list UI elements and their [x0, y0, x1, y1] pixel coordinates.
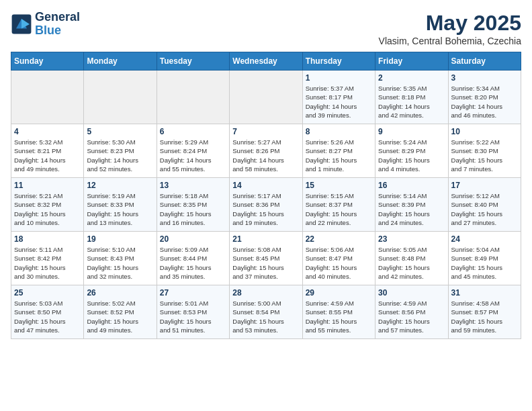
- day-cell: 30Sunrise: 4:59 AM Sunset: 8:56 PM Dayli…: [375, 285, 448, 339]
- day-number: 18: [14, 234, 81, 244]
- day-info: Sunrise: 5:10 AM Sunset: 8:43 PM Dayligh…: [87, 245, 153, 281]
- day-cell: 28Sunrise: 5:00 AM Sunset: 8:54 PM Dayli…: [230, 285, 302, 339]
- day-info: Sunrise: 5:24 AM Sunset: 8:29 PM Dayligh…: [378, 138, 445, 173]
- day-info: Sunrise: 5:19 AM Sunset: 8:33 PM Dayligh…: [87, 191, 153, 227]
- day-info: Sunrise: 5:18 AM Sunset: 8:35 PM Dayligh…: [160, 191, 226, 227]
- day-info: Sunrise: 5:01 AM Sunset: 8:53 PM Dayligh…: [160, 299, 226, 334]
- day-info: Sunrise: 5:27 AM Sunset: 8:26 PM Dayligh…: [232, 138, 299, 173]
- day-info: Sunrise: 5:30 AM Sunset: 8:23 PM Dayligh…: [87, 138, 153, 173]
- day-info: Sunrise: 4:59 AM Sunset: 8:56 PM Dayligh…: [378, 299, 445, 334]
- day-number: 6: [160, 127, 226, 136]
- day-cell: 14Sunrise: 5:17 AM Sunset: 8:36 PM Dayli…: [230, 178, 302, 232]
- day-number: 1: [306, 73, 372, 83]
- day-cell: 8Sunrise: 5:26 AM Sunset: 8:27 PM Daylig…: [302, 124, 375, 178]
- logo-line1: General: [35, 11, 80, 24]
- day-cell: 3Sunrise: 5:34 AM Sunset: 8:20 PM Daylig…: [448, 71, 521, 124]
- day-info: Sunrise: 5:11 AM Sunset: 8:42 PM Dayligh…: [14, 245, 81, 281]
- day-number: 22: [306, 234, 372, 244]
- logo-icon: [11, 13, 32, 35]
- day-cell: 24Sunrise: 5:04 AM Sunset: 8:49 PM Dayli…: [448, 232, 521, 285]
- week-row-3: 11Sunrise: 5:21 AM Sunset: 8:32 PM Dayli…: [11, 178, 521, 232]
- day-cell: 15Sunrise: 5:15 AM Sunset: 8:37 PM Dayli…: [302, 178, 375, 232]
- day-cell: 26Sunrise: 5:02 AM Sunset: 8:52 PM Dayli…: [84, 285, 157, 339]
- day-number: 29: [306, 288, 372, 298]
- day-cell: 18Sunrise: 5:11 AM Sunset: 8:42 PM Dayli…: [11, 232, 84, 285]
- day-cell: [230, 71, 302, 124]
- day-info: Sunrise: 5:21 AM Sunset: 8:32 PM Dayligh…: [14, 191, 81, 227]
- day-number: 17: [451, 181, 518, 190]
- day-info: Sunrise: 5:03 AM Sunset: 8:50 PM Dayligh…: [14, 299, 81, 334]
- day-cell: 13Sunrise: 5:18 AM Sunset: 8:35 PM Dayli…: [157, 178, 229, 232]
- day-number: 30: [378, 288, 445, 298]
- day-cell: [157, 71, 229, 124]
- day-number: 5: [87, 127, 153, 136]
- day-cell: 1Sunrise: 5:37 AM Sunset: 8:17 PM Daylig…: [302, 71, 375, 124]
- day-cell: 17Sunrise: 5:12 AM Sunset: 8:40 PM Dayli…: [448, 178, 521, 232]
- weekday-header-thursday: Thursday: [302, 52, 375, 71]
- week-row-1: 1Sunrise: 5:37 AM Sunset: 8:17 PM Daylig…: [11, 71, 521, 124]
- day-number: 31: [451, 288, 518, 298]
- day-number: 25: [14, 288, 81, 298]
- day-number: 7: [232, 127, 299, 136]
- day-cell: 23Sunrise: 5:05 AM Sunset: 8:48 PM Dayli…: [375, 232, 448, 285]
- week-row-5: 25Sunrise: 5:03 AM Sunset: 8:50 PM Dayli…: [11, 285, 521, 339]
- day-number: 16: [378, 181, 445, 190]
- day-info: Sunrise: 5:12 AM Sunset: 8:40 PM Dayligh…: [451, 191, 518, 227]
- day-cell: 31Sunrise: 4:58 AM Sunset: 8:57 PM Dayli…: [448, 285, 521, 339]
- weekday-header-saturday: Saturday: [448, 52, 521, 71]
- day-cell: 6Sunrise: 5:29 AM Sunset: 8:24 PM Daylig…: [157, 124, 229, 178]
- day-info: Sunrise: 5:35 AM Sunset: 8:18 PM Dayligh…: [378, 84, 445, 120]
- day-number: 21: [232, 234, 299, 244]
- day-number: 3: [451, 73, 518, 83]
- day-cell: 2Sunrise: 5:35 AM Sunset: 8:18 PM Daylig…: [375, 71, 448, 124]
- week-row-4: 18Sunrise: 5:11 AM Sunset: 8:42 PM Dayli…: [11, 232, 521, 285]
- title-area: May 2025 Vlasim, Central Bohemia, Czechi…: [379, 11, 521, 46]
- day-info: Sunrise: 5:02 AM Sunset: 8:52 PM Dayligh…: [87, 299, 153, 334]
- day-cell: 21Sunrise: 5:08 AM Sunset: 8:45 PM Dayli…: [230, 232, 302, 285]
- day-cell: 9Sunrise: 5:24 AM Sunset: 8:29 PM Daylig…: [375, 124, 448, 178]
- day-info: Sunrise: 5:26 AM Sunset: 8:27 PM Dayligh…: [306, 138, 372, 173]
- day-info: Sunrise: 5:15 AM Sunset: 8:37 PM Dayligh…: [306, 191, 372, 227]
- day-info: Sunrise: 5:32 AM Sunset: 8:21 PM Dayligh…: [14, 138, 81, 173]
- day-cell: 19Sunrise: 5:10 AM Sunset: 8:43 PM Dayli…: [84, 232, 157, 285]
- weekday-header-tuesday: Tuesday: [157, 52, 229, 71]
- day-number: 11: [14, 181, 81, 190]
- day-number: 27: [160, 288, 226, 298]
- day-number: 20: [160, 234, 226, 244]
- day-number: 4: [14, 127, 81, 136]
- day-cell: 12Sunrise: 5:19 AM Sunset: 8:33 PM Dayli…: [84, 178, 157, 232]
- weekday-header-wednesday: Wednesday: [230, 52, 302, 71]
- day-cell: [84, 71, 157, 124]
- logo-line2: Blue: [35, 24, 80, 38]
- day-number: 10: [451, 127, 518, 136]
- day-info: Sunrise: 5:17 AM Sunset: 8:36 PM Dayligh…: [232, 191, 299, 227]
- day-info: Sunrise: 5:22 AM Sunset: 8:30 PM Dayligh…: [451, 138, 518, 173]
- day-info: Sunrise: 5:08 AM Sunset: 8:45 PM Dayligh…: [232, 245, 299, 281]
- day-number: 2: [378, 73, 445, 83]
- day-info: Sunrise: 5:00 AM Sunset: 8:54 PM Dayligh…: [232, 299, 299, 334]
- day-cell: [11, 71, 84, 124]
- day-info: Sunrise: 5:34 AM Sunset: 8:20 PM Dayligh…: [451, 84, 518, 120]
- location: Vlasim, Central Bohemia, Czechia: [379, 36, 521, 46]
- day-number: 12: [87, 181, 153, 190]
- day-number: 8: [306, 127, 372, 136]
- day-number: 26: [87, 288, 153, 298]
- weekday-header-monday: Monday: [84, 52, 157, 71]
- day-info: Sunrise: 5:09 AM Sunset: 8:44 PM Dayligh…: [160, 245, 226, 281]
- day-number: 13: [160, 181, 226, 190]
- day-number: 15: [306, 181, 372, 190]
- day-cell: 11Sunrise: 5:21 AM Sunset: 8:32 PM Dayli…: [11, 178, 84, 232]
- day-cell: 10Sunrise: 5:22 AM Sunset: 8:30 PM Dayli…: [448, 124, 521, 178]
- day-info: Sunrise: 5:05 AM Sunset: 8:48 PM Dayligh…: [378, 245, 445, 281]
- day-info: Sunrise: 4:58 AM Sunset: 8:57 PM Dayligh…: [451, 299, 518, 334]
- day-number: 28: [232, 288, 299, 298]
- day-number: 23: [378, 234, 445, 244]
- day-info: Sunrise: 5:06 AM Sunset: 8:47 PM Dayligh…: [306, 245, 372, 281]
- day-number: 24: [451, 234, 518, 244]
- weekday-header-sunday: Sunday: [11, 52, 84, 71]
- day-cell: 25Sunrise: 5:03 AM Sunset: 8:50 PM Dayli…: [11, 285, 84, 339]
- day-cell: 16Sunrise: 5:14 AM Sunset: 8:39 PM Dayli…: [375, 178, 448, 232]
- day-cell: 4Sunrise: 5:32 AM Sunset: 8:21 PM Daylig…: [11, 124, 84, 178]
- day-cell: 7Sunrise: 5:27 AM Sunset: 8:26 PM Daylig…: [230, 124, 302, 178]
- weekday-header-row: SundayMondayTuesdayWednesdayThursdayFrid…: [11, 52, 521, 71]
